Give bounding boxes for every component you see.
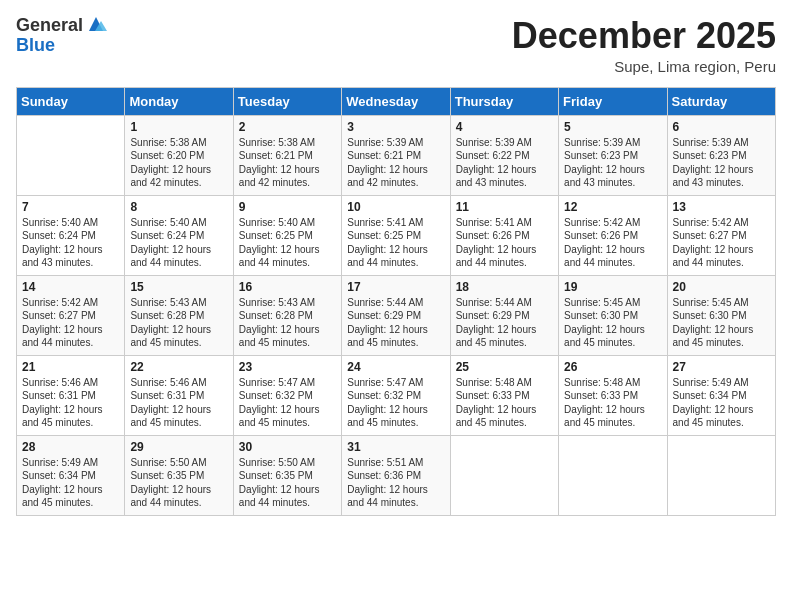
day-info: Sunrise: 5:39 AMSunset: 6:23 PMDaylight:… <box>673 136 770 190</box>
calendar-cell: 27Sunrise: 5:49 AMSunset: 6:34 PMDayligh… <box>667 355 775 435</box>
calendar-header-sunday: Sunday <box>17 87 125 115</box>
day-info: Sunrise: 5:46 AMSunset: 6:31 PMDaylight:… <box>130 376 227 430</box>
day-number: 25 <box>456 360 553 374</box>
day-info: Sunrise: 5:41 AMSunset: 6:26 PMDaylight:… <box>456 216 553 270</box>
day-info: Sunrise: 5:46 AMSunset: 6:31 PMDaylight:… <box>22 376 119 430</box>
page-header: General Blue December 2025 Supe, Lima re… <box>16 16 776 75</box>
month-title: December 2025 <box>512 16 776 56</box>
calendar-cell: 4Sunrise: 5:39 AMSunset: 6:22 PMDaylight… <box>450 115 558 195</box>
calendar-cell <box>667 435 775 515</box>
calendar-cell: 12Sunrise: 5:42 AMSunset: 6:26 PMDayligh… <box>559 195 667 275</box>
calendar-header-row: SundayMondayTuesdayWednesdayThursdayFrid… <box>17 87 776 115</box>
day-info: Sunrise: 5:45 AMSunset: 6:30 PMDaylight:… <box>564 296 661 350</box>
day-info: Sunrise: 5:42 AMSunset: 6:26 PMDaylight:… <box>564 216 661 270</box>
calendar-cell: 13Sunrise: 5:42 AMSunset: 6:27 PMDayligh… <box>667 195 775 275</box>
day-number: 31 <box>347 440 444 454</box>
calendar-cell: 21Sunrise: 5:46 AMSunset: 6:31 PMDayligh… <box>17 355 125 435</box>
day-info: Sunrise: 5:47 AMSunset: 6:32 PMDaylight:… <box>347 376 444 430</box>
day-number: 30 <box>239 440 336 454</box>
day-number: 16 <box>239 280 336 294</box>
calendar-header-thursday: Thursday <box>450 87 558 115</box>
calendar-cell: 18Sunrise: 5:44 AMSunset: 6:29 PMDayligh… <box>450 275 558 355</box>
day-info: Sunrise: 5:50 AMSunset: 6:35 PMDaylight:… <box>130 456 227 510</box>
calendar-week-row: 1Sunrise: 5:38 AMSunset: 6:20 PMDaylight… <box>17 115 776 195</box>
day-info: Sunrise: 5:38 AMSunset: 6:21 PMDaylight:… <box>239 136 336 190</box>
day-info: Sunrise: 5:43 AMSunset: 6:28 PMDaylight:… <box>239 296 336 350</box>
day-info: Sunrise: 5:47 AMSunset: 6:32 PMDaylight:… <box>239 376 336 430</box>
calendar-cell: 25Sunrise: 5:48 AMSunset: 6:33 PMDayligh… <box>450 355 558 435</box>
day-number: 13 <box>673 200 770 214</box>
calendar-cell: 17Sunrise: 5:44 AMSunset: 6:29 PMDayligh… <box>342 275 450 355</box>
calendar-header-tuesday: Tuesday <box>233 87 341 115</box>
calendar-cell: 29Sunrise: 5:50 AMSunset: 6:35 PMDayligh… <box>125 435 233 515</box>
calendar-cell <box>450 435 558 515</box>
day-number: 15 <box>130 280 227 294</box>
calendar-cell <box>559 435 667 515</box>
day-number: 20 <box>673 280 770 294</box>
calendar-cell: 11Sunrise: 5:41 AMSunset: 6:26 PMDayligh… <box>450 195 558 275</box>
day-number: 6 <box>673 120 770 134</box>
day-info: Sunrise: 5:44 AMSunset: 6:29 PMDaylight:… <box>456 296 553 350</box>
day-number: 2 <box>239 120 336 134</box>
day-number: 10 <box>347 200 444 214</box>
calendar-cell: 8Sunrise: 5:40 AMSunset: 6:24 PMDaylight… <box>125 195 233 275</box>
day-number: 27 <box>673 360 770 374</box>
day-number: 14 <box>22 280 119 294</box>
day-info: Sunrise: 5:48 AMSunset: 6:33 PMDaylight:… <box>564 376 661 430</box>
title-block: December 2025 Supe, Lima region, Peru <box>512 16 776 75</box>
calendar-cell: 6Sunrise: 5:39 AMSunset: 6:23 PMDaylight… <box>667 115 775 195</box>
day-info: Sunrise: 5:39 AMSunset: 6:21 PMDaylight:… <box>347 136 444 190</box>
calendar-cell: 28Sunrise: 5:49 AMSunset: 6:34 PMDayligh… <box>17 435 125 515</box>
day-number: 5 <box>564 120 661 134</box>
calendar-header-friday: Friday <box>559 87 667 115</box>
calendar-cell: 10Sunrise: 5:41 AMSunset: 6:25 PMDayligh… <box>342 195 450 275</box>
day-info: Sunrise: 5:44 AMSunset: 6:29 PMDaylight:… <box>347 296 444 350</box>
calendar-week-row: 7Sunrise: 5:40 AMSunset: 6:24 PMDaylight… <box>17 195 776 275</box>
day-info: Sunrise: 5:41 AMSunset: 6:25 PMDaylight:… <box>347 216 444 270</box>
day-info: Sunrise: 5:39 AMSunset: 6:22 PMDaylight:… <box>456 136 553 190</box>
day-number: 1 <box>130 120 227 134</box>
day-number: 26 <box>564 360 661 374</box>
calendar-week-row: 28Sunrise: 5:49 AMSunset: 6:34 PMDayligh… <box>17 435 776 515</box>
calendar-header-monday: Monday <box>125 87 233 115</box>
calendar-cell: 19Sunrise: 5:45 AMSunset: 6:30 PMDayligh… <box>559 275 667 355</box>
day-info: Sunrise: 5:45 AMSunset: 6:30 PMDaylight:… <box>673 296 770 350</box>
day-number: 22 <box>130 360 227 374</box>
calendar-cell: 1Sunrise: 5:38 AMSunset: 6:20 PMDaylight… <box>125 115 233 195</box>
day-info: Sunrise: 5:49 AMSunset: 6:34 PMDaylight:… <box>22 456 119 510</box>
day-info: Sunrise: 5:43 AMSunset: 6:28 PMDaylight:… <box>130 296 227 350</box>
calendar-cell <box>17 115 125 195</box>
calendar-cell: 14Sunrise: 5:42 AMSunset: 6:27 PMDayligh… <box>17 275 125 355</box>
day-info: Sunrise: 5:42 AMSunset: 6:27 PMDaylight:… <box>22 296 119 350</box>
day-number: 21 <box>22 360 119 374</box>
day-number: 4 <box>456 120 553 134</box>
day-number: 19 <box>564 280 661 294</box>
day-number: 7 <box>22 200 119 214</box>
calendar-cell: 16Sunrise: 5:43 AMSunset: 6:28 PMDayligh… <box>233 275 341 355</box>
day-info: Sunrise: 5:42 AMSunset: 6:27 PMDaylight:… <box>673 216 770 270</box>
day-info: Sunrise: 5:51 AMSunset: 6:36 PMDaylight:… <box>347 456 444 510</box>
logo-blue: Blue <box>16 35 55 55</box>
day-number: 28 <box>22 440 119 454</box>
day-number: 17 <box>347 280 444 294</box>
day-number: 9 <box>239 200 336 214</box>
calendar-week-row: 14Sunrise: 5:42 AMSunset: 6:27 PMDayligh… <box>17 275 776 355</box>
calendar-cell: 9Sunrise: 5:40 AMSunset: 6:25 PMDaylight… <box>233 195 341 275</box>
calendar-cell: 2Sunrise: 5:38 AMSunset: 6:21 PMDaylight… <box>233 115 341 195</box>
day-info: Sunrise: 5:40 AMSunset: 6:24 PMDaylight:… <box>22 216 119 270</box>
day-info: Sunrise: 5:40 AMSunset: 6:24 PMDaylight:… <box>130 216 227 270</box>
day-number: 23 <box>239 360 336 374</box>
day-number: 12 <box>564 200 661 214</box>
calendar-header-saturday: Saturday <box>667 87 775 115</box>
day-info: Sunrise: 5:48 AMSunset: 6:33 PMDaylight:… <box>456 376 553 430</box>
subtitle: Supe, Lima region, Peru <box>512 58 776 75</box>
day-number: 11 <box>456 200 553 214</box>
day-info: Sunrise: 5:39 AMSunset: 6:23 PMDaylight:… <box>564 136 661 190</box>
calendar-cell: 24Sunrise: 5:47 AMSunset: 6:32 PMDayligh… <box>342 355 450 435</box>
calendar-cell: 23Sunrise: 5:47 AMSunset: 6:32 PMDayligh… <box>233 355 341 435</box>
logo-icon <box>85 13 107 35</box>
calendar-cell: 26Sunrise: 5:48 AMSunset: 6:33 PMDayligh… <box>559 355 667 435</box>
day-number: 18 <box>456 280 553 294</box>
calendar-cell: 20Sunrise: 5:45 AMSunset: 6:30 PMDayligh… <box>667 275 775 355</box>
calendar-cell: 22Sunrise: 5:46 AMSunset: 6:31 PMDayligh… <box>125 355 233 435</box>
